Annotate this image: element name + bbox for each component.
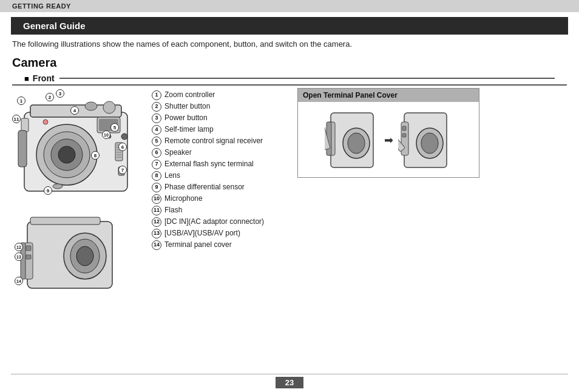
- svg-point-5: [58, 146, 75, 163]
- component-number: 8: [152, 171, 161, 181]
- callout-9: 9: [44, 186, 52, 195]
- component-number: 12: [152, 217, 161, 227]
- terminal-camera-open-svg: [398, 107, 453, 174]
- svg-rect-43: [402, 126, 406, 130]
- callout-11: 11: [12, 115, 21, 123]
- page-wrapper: GETTING READY General Guide The followin…: [0, 0, 579, 392]
- component-number: 11: [152, 206, 161, 215]
- callout-13: 13: [15, 252, 23, 261]
- list-item: 10Microphone: [152, 194, 291, 204]
- terminal-panel-box: Open Terminal Panel Cover ➡: [297, 88, 479, 178]
- camera-side-svg: [12, 212, 121, 297]
- intro-text: The following illustrations show the nam…: [0, 35, 579, 51]
- callout-2: 2: [46, 93, 54, 101]
- front-divider: [59, 78, 555, 79]
- list-item: 1Zoom controller: [152, 90, 291, 100]
- svg-rect-44: [402, 133, 406, 137]
- component-number: 6: [152, 148, 161, 158]
- component-text: Phase differential sensor: [164, 183, 245, 192]
- svg-point-16: [103, 101, 115, 113]
- page-number: 23: [276, 377, 303, 388]
- svg-point-20: [121, 133, 127, 140]
- component-number: 14: [152, 240, 161, 250]
- component-number: 2: [152, 102, 161, 112]
- component-number: 9: [152, 183, 161, 192]
- list-item: 4Self-timer lamp: [152, 125, 291, 135]
- component-text: Zoom controller: [164, 90, 215, 100]
- component-list: 1Zoom controller2Shutter button3Power bu…: [152, 88, 291, 371]
- list-item: 5Remote control signal receiver: [152, 137, 291, 146]
- list-item: 13[USB/AV](USB/AV port): [152, 229, 291, 238]
- terminal-box-header: Open Terminal Panel Cover: [298, 89, 479, 102]
- component-text: Microphone: [164, 194, 203, 204]
- callout-3: 3: [56, 89, 64, 98]
- component-text: External flash sync terminal: [164, 160, 254, 169]
- terminal-images: ➡: [303, 107, 474, 174]
- top-bar: GETTING READY: [0, 0, 579, 12]
- svg-rect-29: [26, 246, 31, 251]
- component-text: Self-timer lamp: [164, 125, 214, 135]
- svg-rect-30: [26, 255, 31, 259]
- callout-4: 4: [70, 106, 79, 115]
- callout-7: 7: [118, 166, 127, 174]
- front-section: ■ Front: [12, 72, 567, 86]
- arrow-icon: ➡: [384, 133, 393, 147]
- component-text: Terminal panel cover: [164, 240, 232, 250]
- camera-title: Camera: [12, 56, 56, 69]
- component-text: Power button: [164, 113, 208, 123]
- callout-10: 10: [102, 130, 110, 139]
- component-text: Speaker: [164, 148, 192, 158]
- svg-point-15: [85, 102, 97, 110]
- component-number: 10: [152, 194, 161, 204]
- component-text: Shutter button: [164, 102, 210, 112]
- component-text: Flash: [164, 206, 182, 215]
- component-number: 13: [152, 229, 161, 238]
- callout-8: 8: [91, 151, 100, 160]
- svg-point-27: [76, 246, 93, 266]
- front-label: Front: [33, 73, 55, 83]
- component-number: 1: [152, 90, 161, 100]
- camera-front-image: 1 2 3 4 5 6 7 8 9 10 11: [12, 88, 140, 206]
- callout-12: 12: [15, 243, 23, 251]
- svg-rect-6: [21, 118, 29, 132]
- callout-5: 5: [110, 123, 119, 132]
- component-number: 4: [152, 125, 161, 135]
- list-item: 7External flash sync terminal: [152, 160, 291, 169]
- callout-6: 6: [118, 143, 127, 151]
- list-item: 11Flash: [152, 206, 291, 215]
- camera-side-image: 12 13 14: [12, 212, 121, 297]
- component-text: Lens: [164, 171, 180, 181]
- section-title: General Guide: [23, 21, 86, 31]
- component-text: [USB/AV](USB/AV port): [164, 229, 240, 238]
- svg-point-23: [53, 184, 63, 189]
- svg-rect-7: [18, 130, 27, 167]
- component-number: 3: [152, 113, 161, 123]
- intro-paragraph: The following illustrations show the nam…: [12, 39, 352, 49]
- camera-illustrations: 1 2 3 4 5 6 7 8 9 10 11: [12, 88, 146, 371]
- callout-1: 1: [17, 96, 25, 105]
- list-item: 12[DC IN](AC adaptor connector): [152, 217, 291, 227]
- callout-14: 14: [15, 277, 23, 285]
- svg-point-36: [348, 133, 365, 154]
- list-item: 14Terminal panel cover: [152, 240, 291, 250]
- component-number: 7: [152, 160, 161, 169]
- svg-point-42: [421, 133, 438, 154]
- section-header: General Guide: [11, 17, 568, 35]
- main-content: 1 2 3 4 5 6 7 8 9 10 11: [0, 86, 579, 374]
- terminal-camera-closed-svg: [325, 107, 379, 174]
- list-item: 6Speaker: [152, 148, 291, 158]
- component-number: 5: [152, 137, 161, 146]
- component-text: [DC IN](AC adaptor connector): [164, 217, 264, 227]
- list-item: 8Lens: [152, 171, 291, 181]
- list-item: 9Phase differential sensor: [152, 183, 291, 192]
- list-item: 2Shutter button: [152, 102, 291, 112]
- top-bar-label: GETTING READY: [12, 2, 71, 10]
- components-ul: 1Zoom controller2Shutter button3Power bu…: [152, 90, 291, 250]
- list-item: 3Power button: [152, 113, 291, 123]
- component-text: Remote control signal receiver: [164, 137, 263, 146]
- svg-rect-32: [30, 217, 100, 225]
- svg-point-21: [43, 120, 48, 124]
- page-number-bar: 23: [0, 374, 579, 392]
- camera-heading: Camera: [0, 51, 579, 72]
